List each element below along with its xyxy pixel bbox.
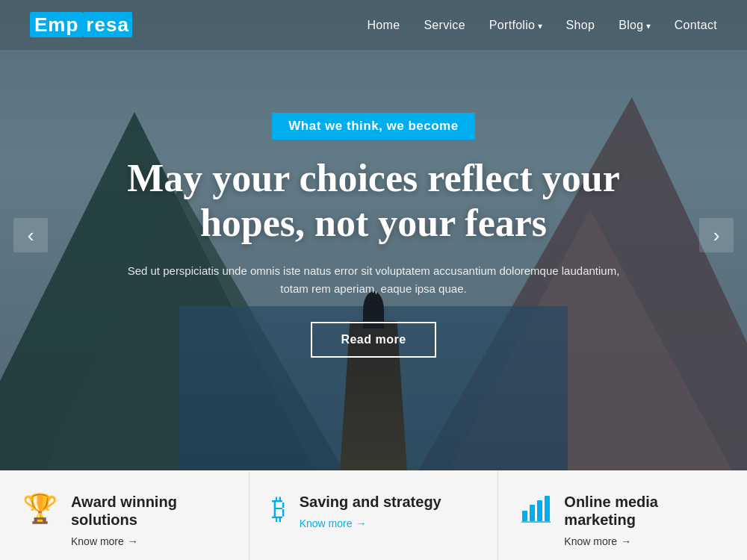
navbar: Empresa Home Service Portfolio Shop Blog… (0, 0, 747, 50)
svg-rect-2 (537, 500, 542, 521)
trophy-icon: 🏆 (22, 494, 58, 523)
nav-link-shop[interactable]: Shop (566, 19, 595, 31)
know-more-award[interactable]: Know more → (71, 535, 138, 547)
logo[interactable]: Empresa (30, 13, 132, 37)
nav-item-blog[interactable]: Blog (619, 19, 651, 32)
hero-section: ‹ › What we think, we become May your ch… (0, 0, 747, 470)
nav-item-home[interactable]: Home (368, 19, 400, 32)
hero-prev-button[interactable]: ‹ (13, 218, 48, 252)
know-more-saving[interactable]: Know more → (300, 517, 367, 529)
chart-icon (521, 494, 551, 527)
hero-tagline: What we think, we become (272, 113, 474, 140)
nav-link-portfolio[interactable]: Portfolio (489, 19, 535, 31)
hero-subtitle: Sed ut perspiciatis unde omnis iste natu… (127, 262, 620, 298)
feature-text-saving: Saving and strategy Know more → (300, 493, 441, 530)
arrow-icon-marketing: → (621, 535, 631, 547)
bitcoin-icon: ₿ (272, 494, 286, 523)
feature-title-saving: Saving and strategy (300, 493, 441, 511)
arrow-icon-award: → (128, 535, 138, 547)
nav-link-blog[interactable]: Blog (619, 19, 643, 31)
feature-item-marketing: Online media marketing Know more → (498, 470, 747, 560)
hero-title: May your choices reflect your hopes, not… (127, 156, 620, 246)
feature-item-award: 🏆 Award winning solutions Know more → (0, 470, 249, 560)
hero-cta-button[interactable]: Read more (311, 322, 436, 358)
nav-link-service[interactable]: Service (424, 19, 465, 31)
nav-links: Home Service Portfolio Shop Blog Contact (368, 19, 718, 32)
nav-item-shop[interactable]: Shop (566, 19, 595, 32)
arrow-icon-saving: → (356, 517, 366, 529)
hero-next-button[interactable]: › (699, 218, 734, 252)
feature-title-award: Award winning solutions (71, 493, 226, 529)
nav-item-portfolio[interactable]: Portfolio (489, 19, 542, 32)
svg-rect-1 (530, 505, 535, 521)
feature-item-saving: ₿ Saving and strategy Know more → (249, 470, 499, 560)
feature-text-marketing: Online media marketing Know more → (564, 493, 725, 548)
nav-link-contact[interactable]: Contact (675, 19, 717, 31)
nav-item-contact[interactable]: Contact (675, 19, 717, 32)
feature-title-marketing: Online media marketing (564, 493, 725, 529)
svg-rect-0 (522, 511, 527, 521)
svg-rect-3 (545, 496, 550, 521)
hero-content: What we think, we become May your choice… (112, 113, 635, 358)
know-more-marketing[interactable]: Know more → (564, 535, 631, 547)
nav-link-home[interactable]: Home (368, 19, 400, 31)
feature-text-award: Award winning solutions Know more → (71, 493, 226, 548)
features-bar: 🏆 Award winning solutions Know more → ₿ … (0, 470, 747, 560)
nav-item-service[interactable]: Service (424, 19, 465, 32)
